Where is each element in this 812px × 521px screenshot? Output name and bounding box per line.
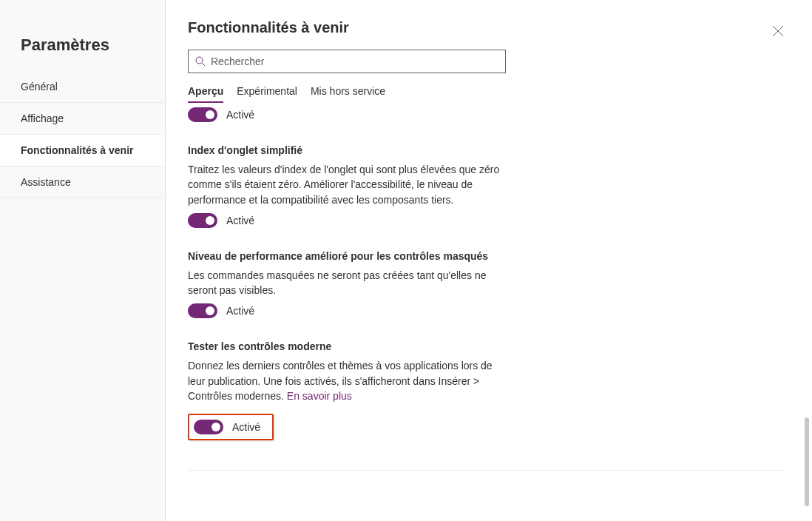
toggle-label: Activé: [226, 305, 254, 317]
toggle-row: Activé: [188, 213, 506, 228]
setting-modern-controls: Tester les contrôles moderne Donnez les …: [188, 340, 506, 440]
settings-sidebar: Paramètres Général Affichage Fonctionnal…: [0, 0, 166, 521]
close-button[interactable]: [766, 19, 790, 43]
setting-title: Tester les contrôles moderne: [188, 340, 506, 352]
sidebar-item-general[interactable]: Général: [0, 71, 165, 103]
tab-retired[interactable]: Mis hors service: [311, 84, 385, 103]
tabs: Aperçu Expérimental Mis hors service: [188, 84, 790, 103]
toggle-label: Activé: [226, 215, 254, 226]
main-panel: Fonctionnalités à venir Aperçu Expérimen…: [166, 0, 812, 521]
toggle-row: Activé: [188, 303, 506, 318]
sidebar-item-upcoming[interactable]: Fonctionnalités à venir: [0, 135, 165, 167]
toggle-label: Activé: [232, 421, 260, 433]
setting-description: Les commandes masquées ne seront pas cré…: [188, 268, 506, 298]
bottom-divider: [188, 470, 784, 471]
page-title: Fonctionnalités à venir: [188, 19, 790, 36]
svg-point-0: [196, 57, 203, 64]
sidebar-item-support[interactable]: Assistance: [0, 167, 165, 198]
toggle-row-top: Activé: [188, 107, 784, 122]
setting-title: Index d'onglet simplifié: [188, 144, 506, 156]
setting-title: Niveau de performance amélioré pour les …: [188, 250, 506, 262]
scrollbar-thumb[interactable]: [805, 417, 809, 506]
tab-experimental[interactable]: Expérimental: [237, 84, 297, 103]
tab-preview[interactable]: Aperçu: [188, 84, 223, 103]
search-input[interactable]: [211, 56, 499, 67]
scrollbar[interactable]: [803, 67, 809, 506]
setting-hidden-controls-perf: Niveau de performance amélioré pour les …: [188, 250, 506, 319]
toggle-label: Activé: [226, 109, 254, 121]
close-icon: [772, 25, 784, 37]
setting-description: Donnez les derniers contrôles et thèmes …: [188, 358, 506, 403]
svg-line-1: [202, 63, 205, 66]
sidebar-item-display[interactable]: Affichage: [0, 103, 165, 135]
toggle-switch[interactable]: [188, 107, 217, 122]
toggle-switch[interactable]: [188, 303, 217, 318]
toggle-switch[interactable]: [188, 213, 217, 228]
settings-content: Activé Index d'onglet simplifié Traitez …: [188, 103, 790, 521]
setting-description: Traitez les valeurs d'index de l'onglet …: [188, 162, 506, 207]
highlighted-toggle: Activé: [188, 414, 274, 440]
search-box[interactable]: [188, 50, 506, 73]
learn-more-link[interactable]: En savoir plus: [287, 390, 352, 402]
toggle-switch[interactable]: [194, 420, 223, 434]
search-icon: [194, 56, 206, 67]
setting-simplified-tab-index: Index d'onglet simplifié Traitez les val…: [188, 144, 506, 228]
sidebar-title: Paramètres: [0, 28, 165, 71]
